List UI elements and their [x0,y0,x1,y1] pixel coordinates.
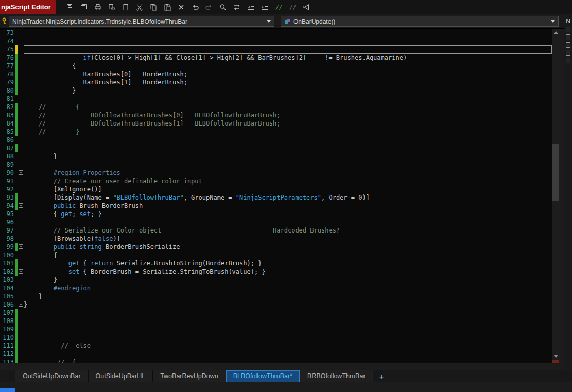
code-line-99[interactable]: 99- public string BorderBrushSerialize [0,243,552,251]
code-line-85[interactable]: 85 // } [0,128,552,136]
print-icon[interactable] [92,2,104,13]
code-line-106[interactable]: 106-} [0,300,552,309]
code-line-86[interactable]: 86 [0,136,552,144]
title-bar: njaScript Editor //// [0,0,572,14]
code-line-113[interactable]: 113 // { [0,358,552,363]
code-line-78[interactable]: 78 BarBrushes[0] = BorderBrush; [0,70,552,78]
line-number: 85 [0,128,14,136]
scroll-down-button[interactable] [552,352,560,360]
code-line-111[interactable]: 111 // else [0,342,552,350]
explorer-side-strip[interactable]: N [564,14,572,370]
code-line-77[interactable]: 77 { [0,62,552,70]
code-line-90[interactable]: 90- #region Properties [0,169,552,177]
line-number: 99 [0,243,14,251]
code-line-74[interactable]: 74 [0,37,552,45]
code-line-101[interactable]: 101- get { return Serialize.BrushToStrin… [0,259,552,268]
code-line-110[interactable]: 110 [0,333,552,342]
line-number: 74 [0,37,14,45]
vertical-scrollbar[interactable] [552,29,560,363]
line-number: 98 [0,235,14,243]
line-number: 76 [0,54,14,62]
code-line-94[interactable]: 94- public Brush BorderBrush [0,202,552,210]
delete-icon[interactable] [175,2,187,13]
fold-column [18,309,24,317]
save-icon[interactable] [64,2,76,13]
fold-toggle[interactable]: - [18,259,24,268]
code-line-105[interactable]: 105 } [0,292,552,300]
fold-column [18,119,24,128]
new-tab-button[interactable]: + [373,370,390,382]
compile-icon[interactable] [300,2,313,13]
redo-icon[interactable] [203,2,215,13]
code-line-75[interactable]: 75 [0,45,552,54]
code-line-84[interactable]: 84 // BOfollowThruBarBrushes[1] = BLBOfo… [0,119,552,128]
find-icon[interactable] [217,2,229,13]
tab-BRBOfollowThruBar[interactable]: BRBOfollowThruBar [300,370,373,382]
fold-toggle[interactable]: - [18,243,24,251]
tab-BLBOfollowThruBar[interactable]: BLBOfollowThruBar* [226,370,300,382]
tab-TwoBarRevUpDown[interactable]: TwoBarRevUpDown [153,370,226,382]
fold-toggle[interactable]: - [18,169,24,177]
line-number: 109 [0,325,14,333]
outdent-icon[interactable] [245,2,257,13]
code-line-83[interactable]: 83 // BOfollowThruBarBrushes[0] = BLBOfo… [0,111,552,119]
method-dropdown[interactable]: OnBarUpdate() [281,16,559,27]
code-line-103[interactable]: 103 } [0,276,552,284]
code-line-87[interactable]: 87 [0,144,552,152]
code-line-96[interactable]: 96 [0,218,552,226]
undo-icon[interactable] [189,2,201,13]
fold-toggle[interactable]: - [18,268,24,276]
code-line-76[interactable]: 76 if(Close[0] > High[1] && Close[1] > H… [0,54,552,62]
code-line-82[interactable]: 82 // { [0,103,552,111]
fold-toggle[interactable]: - [18,202,24,210]
page-properties-icon[interactable] [119,2,132,13]
paste-icon[interactable] [161,2,174,13]
print-preview-icon[interactable] [106,2,118,13]
code-line-81[interactable]: 81 [0,95,552,103]
line-number: 100 [0,251,14,259]
code-line-109[interactable]: 109 [0,325,552,333]
code-line-97[interactable]: 97 // Serialize our Color object Hardcod… [0,226,552,235]
line-number: 97 [0,226,14,235]
explorer-mini-icon [566,58,570,63]
code-line-104[interactable]: 104 #endregion [0,284,552,292]
code-line-108[interactable]: 108 [0,317,552,325]
fold-toggle[interactable]: - [18,300,24,309]
code-line-91[interactable]: 91 // Create our user definable color in… [0,177,552,185]
code-text: [Browsable(false)] [24,235,552,243]
code-text: set { BorderBrush = Serialize.StringToBr… [24,268,552,276]
comment-icon[interactable]: // [272,2,285,13]
save-as-icon[interactable] [78,2,90,13]
code-line-93[interactable]: 93 [Display(Name = "BLBOfollowThruBar", … [0,193,552,202]
code-text [24,218,552,226]
cut-icon[interactable] [133,2,146,13]
scrollbar-thumb[interactable] [552,144,559,201]
code-text: // Serialize our Color object Hardcoded … [24,226,552,235]
indent-icon[interactable] [258,2,271,13]
fold-column [18,136,24,144]
code-line-95[interactable]: 95 { get; set; } [0,210,552,218]
fold-column [18,276,24,284]
tab-OutSideUpBarHL[interactable]: OutSideUpBarHL [89,370,153,382]
code-line-92[interactable]: 92 [XmlIgnore()] [0,185,552,193]
scroll-up-button[interactable] [552,29,560,36]
code-line-89[interactable]: 89 [0,161,552,169]
code-line-73[interactable]: 73 [0,29,552,37]
code-line-102[interactable]: 102- set { BorderBrush = Serialize.Strin… [0,268,552,276]
uncomment-icon[interactable]: // [286,2,299,13]
code-line-112[interactable]: 112 [0,350,552,358]
code-line-80[interactable]: 80 } [0,86,552,95]
scrollbar-error-marker [552,360,559,363]
code-line-79[interactable]: 79 BarBrushes[1] = BorderBrush; [0,78,552,86]
code-line-100[interactable]: 100 { [0,251,552,259]
code-line-88[interactable]: 88 } [0,152,552,161]
copy-icon[interactable] [147,2,160,13]
line-number: 106 [0,300,14,309]
triangle-down-icon [554,355,558,358]
replace-icon[interactable] [231,2,243,13]
code-line-98[interactable]: 98 [Browsable(false)] [0,235,552,243]
tab-OutSideUpDownBar[interactable]: OutSideUpDownBar [15,370,89,382]
code-editor[interactable]: 73747576 if(Close[0] > High[1] && Close[… [0,29,552,363]
code-line-107[interactable]: 107 [0,309,552,317]
class-dropdown[interactable]: NinjaTrader.NinjaScript.Indicators.Trdns… [9,16,274,27]
